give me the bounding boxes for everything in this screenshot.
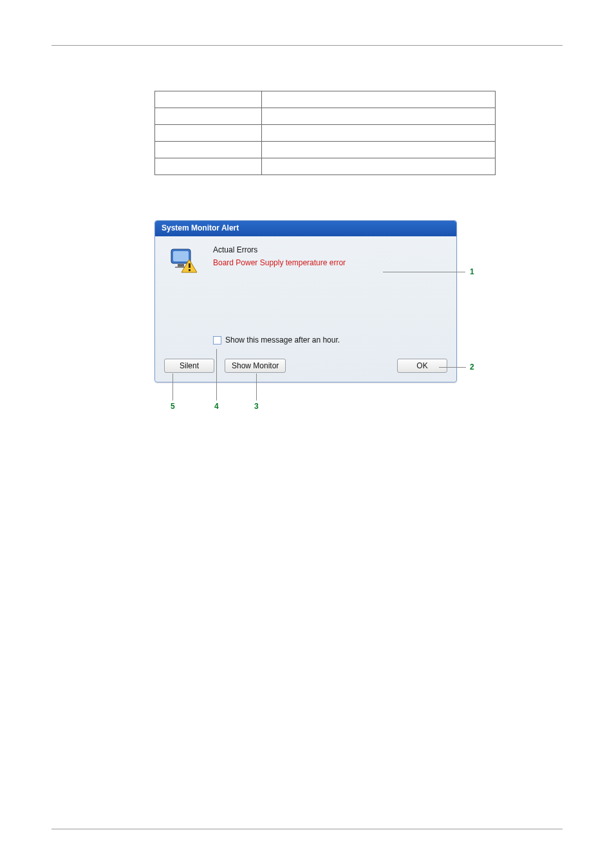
show-later-checkbox-label: Show this message after an hour. bbox=[225, 335, 340, 344]
silent-button[interactable]: Silent bbox=[164, 359, 214, 373]
table-row bbox=[155, 142, 496, 158]
callout-number-2: 2 bbox=[470, 363, 474, 372]
system-monitor-alert-dialog: System Monitor Alert bbox=[154, 220, 457, 382]
parameters-table bbox=[154, 91, 496, 175]
bottom-rule bbox=[51, 829, 563, 829]
svg-rect-2 bbox=[178, 264, 184, 267]
table-cell bbox=[155, 142, 262, 158]
show-monitor-button[interactable]: Show Monitor bbox=[225, 359, 286, 373]
dialog-text-column: Actual Errors Board Power Supply tempera… bbox=[213, 243, 447, 267]
top-rule bbox=[51, 45, 563, 46]
callout-leader bbox=[172, 373, 173, 401]
callout-leader bbox=[256, 373, 257, 401]
show-later-checkbox-row[interactable]: Show this message after an hour. bbox=[213, 335, 447, 344]
callout-leader bbox=[216, 349, 217, 401]
table-cell bbox=[155, 125, 262, 142]
dialog-icon-column bbox=[164, 243, 203, 274]
monitor-alert-icon bbox=[170, 247, 197, 274]
table-row bbox=[155, 158, 496, 175]
show-later-checkbox[interactable] bbox=[213, 336, 221, 344]
dialog-content-row: Actual Errors Board Power Supply tempera… bbox=[164, 243, 447, 274]
table-cell bbox=[262, 158, 496, 175]
table-cell bbox=[155, 158, 262, 175]
table-cell bbox=[155, 91, 262, 108]
table-cell bbox=[262, 125, 496, 142]
table-cell bbox=[262, 142, 496, 158]
svg-rect-1 bbox=[173, 251, 189, 261]
svg-rect-5 bbox=[189, 263, 191, 268]
table-row bbox=[155, 108, 496, 125]
dialog-spacer bbox=[164, 274, 447, 335]
table-row bbox=[155, 91, 496, 108]
svg-rect-6 bbox=[189, 269, 191, 271]
callout-leader bbox=[383, 272, 465, 272]
table-cell bbox=[262, 91, 496, 108]
dialog-figure: System Monitor Alert bbox=[154, 220, 489, 382]
dialog-body: Actual Errors Board Power Supply tempera… bbox=[155, 236, 456, 382]
callout-number-1: 1 bbox=[470, 267, 474, 276]
actual-errors-label: Actual Errors bbox=[213, 245, 447, 254]
callout-number-3: 3 bbox=[254, 402, 259, 411]
dialog-button-row: Silent Show Monitor OK bbox=[164, 359, 447, 373]
table-row bbox=[155, 125, 496, 142]
callout-number-5: 5 bbox=[171, 402, 175, 411]
table-cell bbox=[262, 108, 496, 125]
callout-number-4: 4 bbox=[214, 402, 219, 411]
table-cell bbox=[155, 108, 262, 125]
ok-button[interactable]: OK bbox=[397, 359, 447, 373]
dialog-title: System Monitor Alert bbox=[155, 221, 456, 236]
callout-leader bbox=[439, 367, 466, 368]
error-message: Board Power Supply temperature error bbox=[213, 258, 447, 267]
